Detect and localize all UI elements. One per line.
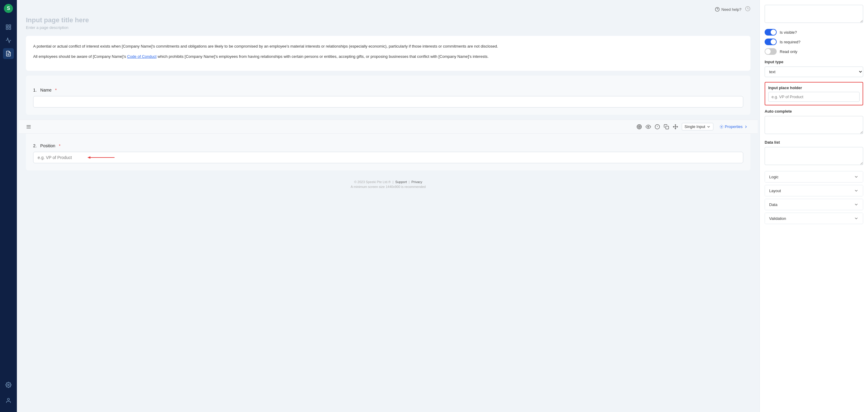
accordion-data: Data (765, 199, 863, 210)
svg-rect-4 (9, 28, 11, 30)
is-visible-row: Is visible? (765, 29, 863, 36)
copy-icon[interactable] (664, 124, 669, 130)
svg-point-26 (721, 126, 722, 127)
code-of-conduct-link[interactable]: Code of Conduct (127, 54, 157, 59)
target-icon[interactable] (637, 124, 642, 130)
status-icon (745, 6, 750, 13)
exclamation-icon[interactable] (655, 124, 660, 130)
input-placeholder-input[interactable] (768, 92, 860, 102)
is-required-row: Is required? (765, 39, 863, 45)
svg-point-8 (8, 384, 9, 386)
accordion-validation: Validation (765, 213, 863, 224)
read-only-label: Read only (780, 49, 798, 54)
policy-section: A potential or actual conflict of intere… (26, 36, 750, 71)
sidebar: S (0, 0, 17, 412)
sidebar-item-settings[interactable] (3, 379, 14, 390)
question-1-section: 1. Name * (26, 76, 750, 115)
red-arrow-annotation (87, 154, 118, 161)
is-visible-toggle[interactable] (765, 29, 777, 36)
is-visible-label: Is visible? (780, 30, 797, 35)
question-2-input[interactable] (33, 152, 743, 163)
svg-rect-5 (6, 28, 8, 30)
svg-rect-23 (666, 126, 669, 129)
hamburger-icon[interactable] (26, 124, 31, 130)
input-type-label: Input type (765, 60, 863, 64)
sidebar-item-analytics[interactable] (3, 35, 14, 46)
accordion-container: Logic Layout Data Validation (765, 171, 863, 224)
sidebar-item-profile[interactable] (3, 395, 14, 406)
center-content: Need help? Input page title here Enter a… (17, 0, 760, 412)
svg-point-18 (639, 126, 640, 127)
data-list-textarea[interactable] (765, 147, 863, 165)
footer-support-link[interactable]: Support (395, 180, 407, 184)
main-area: Need help? Input page title here Enter a… (17, 0, 868, 412)
is-required-label: Is required? (780, 40, 801, 44)
accordion-logic: Logic (765, 171, 863, 182)
properties-button[interactable]: Properties (717, 123, 750, 130)
auto-complete-section: Auto complete (765, 109, 863, 135)
svg-text:S: S (7, 6, 10, 11)
svg-point-9 (7, 399, 10, 401)
input-placeholder-section: Input place holder (765, 82, 863, 105)
is-required-toggle[interactable] (765, 39, 777, 45)
footer: © 2023 Speeki Pte Ltd.® | Support | Priv… (26, 175, 750, 193)
question-1-label: 1. Name * (33, 88, 743, 93)
toolbar-row: Single Input Properties (19, 119, 758, 134)
input-type-select[interactable]: text email number password tel url (765, 67, 863, 77)
accordion-layout: Layout (765, 185, 863, 196)
svg-rect-3 (9, 25, 11, 27)
svg-marker-28 (87, 156, 90, 159)
question-2-label: 2. Position * (33, 143, 743, 148)
svg-point-19 (648, 126, 649, 127)
need-help-button[interactable]: Need help? (715, 7, 742, 12)
policy-text: A potential or actual conflict of intere… (33, 43, 743, 60)
data-list-section: Data list (765, 140, 863, 166)
input-placeholder-label: Input place holder (768, 85, 860, 90)
accordion-validation-header[interactable]: Validation (765, 213, 863, 224)
read-only-toggle[interactable] (765, 48, 777, 55)
accordion-layout-header[interactable]: Layout (765, 185, 863, 196)
accordion-logic-header[interactable]: Logic (765, 171, 863, 182)
sidebar-logo[interactable]: S (4, 4, 13, 14)
sidebar-item-forms[interactable] (3, 48, 14, 59)
auto-complete-textarea[interactable] (765, 116, 863, 134)
required-star-1: * (55, 88, 57, 93)
input-type-section: Input type text email number password te… (765, 60, 863, 77)
accordion-data-header[interactable]: Data (765, 199, 863, 210)
single-input-button[interactable]: Single Input (682, 123, 713, 130)
sidebar-item-dashboard[interactable] (3, 22, 14, 33)
page-title: Input page title here (26, 16, 750, 24)
auto-complete-label: Auto complete (765, 109, 863, 113)
svg-point-17 (638, 125, 641, 128)
description-textarea[interactable] (765, 5, 863, 23)
description-section (765, 5, 863, 24)
svg-rect-2 (6, 25, 8, 27)
page-description: Enter a page description (26, 25, 750, 30)
right-panel: Is visible? Is required? Read only Input… (760, 0, 868, 412)
question-1-input[interactable] (33, 96, 743, 107)
footer-privacy-link[interactable]: Privacy (411, 180, 422, 184)
required-star-2: * (59, 143, 60, 148)
question-2-section: 2. Position * (26, 134, 750, 170)
eye-icon[interactable] (646, 124, 651, 130)
move-icon[interactable] (673, 124, 678, 130)
read-only-row: Read only (765, 48, 863, 55)
data-list-label: Data list (765, 140, 863, 144)
